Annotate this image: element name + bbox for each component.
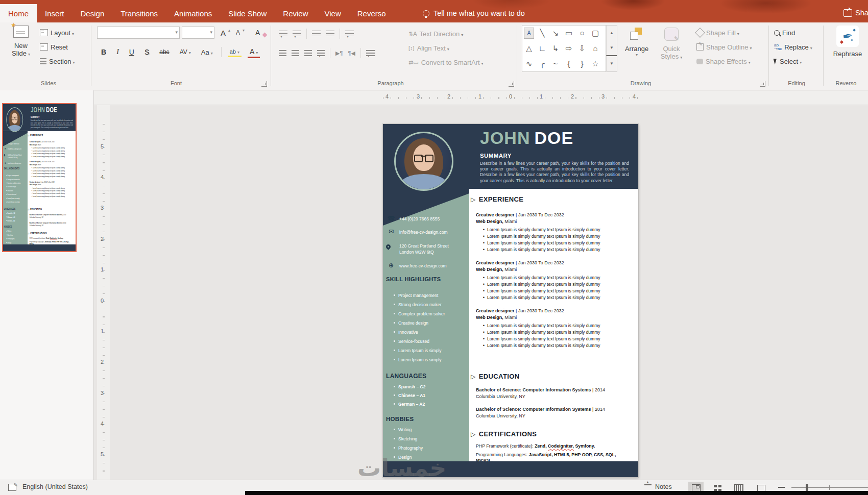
shape-arrow[interactable]: ↘ [549,26,562,40]
language-status[interactable]: English (United States) [22,483,88,490]
shape-curve[interactable]: ~ [549,56,562,71]
align-right-button[interactable] [304,50,312,56]
bullets-button[interactable] [279,31,287,37]
tab-review[interactable]: Review [275,4,316,22]
highlight-color-button[interactable]: ab [228,47,242,57]
increase-indent-button[interactable] [326,31,334,37]
paragraph-dialog-launcher[interactable] [509,81,514,87]
tab-home[interactable]: Home [0,4,37,22]
shape-right-brace[interactable]: } [575,56,589,71]
shape-fill-label: Shape Fill [706,29,739,37]
job-bullet: Lorem Ipsum is simply dummy text Ipsum i… [32,147,65,149]
decrease-indent-button[interactable] [312,31,321,37]
hobbies-title: HOBBIES [386,416,414,422]
clear-formatting-button[interactable]: A [253,27,267,39]
job-role-line: Creative designer | Jan 2030 To Dec 2032 [476,260,564,265]
numbering-button[interactable] [293,31,301,37]
email-icon: ✉ [4,147,7,151]
notes-button[interactable]: Notes [644,483,672,490]
tab-insert[interactable]: Insert [37,4,73,22]
bold-button[interactable]: B [99,47,108,57]
tab-reverso[interactable]: Reverso [349,4,394,22]
zoom-out-button[interactable] [778,487,785,488]
justify-button[interactable] [317,50,325,56]
shape-down-arrow[interactable]: ⇩ [575,41,589,56]
underline-button[interactable]: U [127,47,136,57]
text-shadow-button[interactable]: S [142,47,151,57]
shape-oval[interactable]: ○ [575,26,589,40]
align-center-button[interactable] [292,50,299,56]
select-button[interactable]: Select [774,55,802,67]
align-left-button[interactable] [279,50,286,56]
shape-triangle[interactable]: △ [522,41,536,56]
shapes-scroll-up[interactable]: ▲ [606,26,617,40]
shape-outline-label: Shape Outline [706,43,752,51]
shape-line[interactable]: ╲ [536,26,549,40]
tell-me-box[interactable]: Tell me what you want to do [423,4,525,22]
text-direction-button[interactable]: ⇅A Text Direction [408,28,463,40]
select-icon [774,58,778,64]
share-button[interactable]: Share [843,5,868,20]
layout-button[interactable]: Layout [40,27,74,39]
arrange-button[interactable]: Arrange ▾ [621,28,653,57]
shapes-scroll-down[interactable]: ▼ [606,40,617,55]
hobby-item: Writing [8,230,11,232]
shape-flowchart[interactable]: ⌂ [589,41,602,56]
shape-scribble[interactable]: ∿ [522,56,536,71]
tab-animations[interactable]: Animations [166,4,220,22]
shape-fill-button[interactable]: Shape Fill [696,27,739,39]
columns-button[interactable] [366,50,375,56]
language-item: German – A2 [8,219,15,221]
tab-design[interactable]: Design [73,4,113,22]
shrink-font-button[interactable]: A▾ [234,27,245,39]
convert-smartart-button[interactable]: ⇄▭ Convert to SmartArt [408,56,484,68]
shape-effects-button[interactable]: Shape Effects [696,55,751,67]
grow-font-button[interactable]: A▴ [219,27,230,39]
reset-button[interactable]: Reset [40,41,68,53]
tab-slide-show[interactable]: Slide Show [220,4,275,22]
tab-view[interactable]: View [316,4,349,22]
rephrase-button[interactable]: ✒ Rephrase [832,26,863,58]
slide-thumbnail-1[interactable]: JOHNDOE SUMMARY Describe in a few lines … [2,103,77,252]
italic-button[interactable]: I [114,47,121,57]
font-size-combobox[interactable] [182,27,214,39]
shape-right-arrow[interactable]: ⇨ [562,41,575,56]
font-color-button[interactable]: A [248,46,260,58]
shape-rounded-rectangle[interactable]: ▢ [589,26,602,40]
education-school-line: Columbia University, NY [30,216,44,218]
shape-elbow-connector[interactable]: ∟ [536,41,549,56]
job-bullet: Lorem Ipsum is simply dummy text Ipsum i… [32,195,65,197]
shape-elbow-arrow[interactable]: ↳ [549,41,562,56]
find-button[interactable]: Find [774,27,795,39]
line-spacing-button[interactable] [345,31,354,37]
ltr-direction-button[interactable]: ▶¶ [335,50,343,57]
shape-star[interactable]: ☆ [589,56,602,71]
section-button[interactable]: Section [40,55,75,67]
slide-canvas[interactable]: JOHNDOE SUMMARY Describe in a few lines … [383,124,638,477]
character-spacing-button[interactable]: AV [178,47,193,57]
new-slide-button[interactable]: New Slide [7,26,35,57]
shape-rectangle[interactable]: ▭ [562,26,575,40]
strikethrough-button[interactable]: abc [157,47,171,57]
zoom-slider-handle[interactable] [806,484,808,491]
zoom-slider-track[interactable] [791,487,868,488]
job-bullet: Lorem Ipsum is simply dummy text Ipsum i… [32,190,65,192]
shapes-gallery-more[interactable]: ▼ [606,55,617,71]
zoom-slider-center-tick [829,485,830,490]
align-text-button[interactable]: [↕] Align Text [408,42,449,54]
rtl-direction-button[interactable]: ¶◀ [348,50,355,57]
shape-textbox[interactable]: A [522,26,536,40]
font-name-combobox[interactable] [97,27,180,39]
email-address: info@free-cv-design.com [8,148,21,150]
tab-transitions[interactable]: Transitions [112,4,166,22]
slide-canvas[interactable]: JOHNDOE SUMMARY Describe in a few lines … [3,104,76,251]
shape-outline-button[interactable]: Shape Outline [696,41,752,53]
change-case-button[interactable]: Aa [199,47,215,57]
drawing-dialog-launcher[interactable] [760,81,765,87]
font-dialog-launcher[interactable] [261,81,267,87]
first-name: JOHN [31,106,45,114]
quick-styles-button[interactable]: Quick Styles [656,28,687,60]
replace-button[interactable]: ab⇢ac Replace [774,41,812,53]
shape-left-brace[interactable]: { [562,56,575,71]
shape-arc[interactable]: ╭ [536,56,549,71]
